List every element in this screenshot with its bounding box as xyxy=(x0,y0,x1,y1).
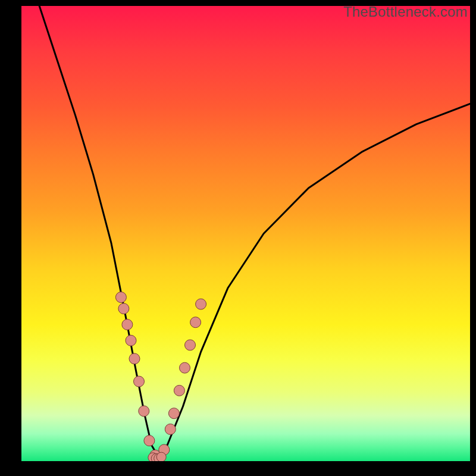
data-marker xyxy=(180,362,190,373)
data-marker xyxy=(139,406,149,416)
data-marker xyxy=(185,340,196,350)
watermark-text: TheBottleneck.com xyxy=(343,4,468,20)
bottleneck-curve xyxy=(39,6,470,456)
data-marker xyxy=(144,436,155,446)
chart-stage: TheBottleneck.com xyxy=(0,0,476,476)
data-marker xyxy=(129,353,140,364)
data-marker xyxy=(122,320,133,330)
data-marker xyxy=(174,385,184,396)
data-marker xyxy=(134,376,145,387)
plot-area xyxy=(21,6,470,461)
data-marker xyxy=(196,299,206,309)
data-marker xyxy=(115,292,126,303)
data-marker xyxy=(190,317,201,328)
curve-layer xyxy=(39,6,470,456)
data-marker xyxy=(168,408,179,419)
data-marker xyxy=(156,452,166,461)
chart-svg xyxy=(21,6,470,461)
data-marker xyxy=(118,303,129,314)
data-marker xyxy=(165,424,176,434)
data-marker xyxy=(126,335,136,346)
